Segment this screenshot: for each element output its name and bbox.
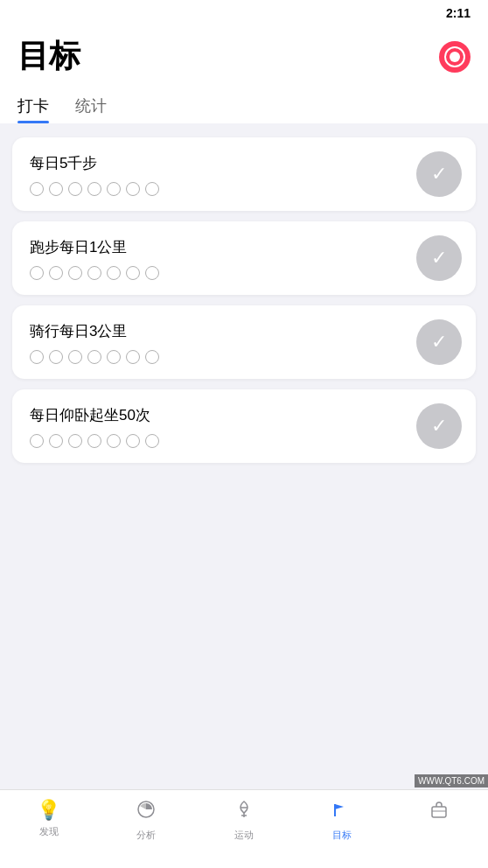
- status-bar: 2:11: [0, 0, 488, 26]
- check-icon-1: ✓: [431, 163, 447, 186]
- nav-item-analyze[interactable]: 分析: [98, 799, 196, 842]
- dot: [68, 434, 82, 448]
- goal-title-2: 跑步每日1公里: [30, 237, 416, 257]
- nav-item-goal[interactable]: 目标: [293, 799, 391, 842]
- dot: [107, 182, 121, 196]
- dot: [68, 182, 82, 196]
- dot: [30, 182, 44, 196]
- header: 目标 打卡 统计: [0, 26, 488, 123]
- dot: [49, 182, 63, 196]
- nav-label-analyze: 分析: [136, 829, 156, 842]
- dot: [87, 350, 101, 364]
- nav-label-goal: 目标: [332, 829, 352, 842]
- check-icon-4: ✓: [431, 415, 447, 438]
- sport-icon: [234, 799, 254, 825]
- goal-info-1: 每日5千步: [30, 153, 416, 196]
- check-button-2[interactable]: ✓: [416, 235, 462, 281]
- dot: [126, 350, 140, 364]
- check-icon-2: ✓: [431, 247, 447, 270]
- goal-dots-4: [30, 434, 416, 448]
- dot: [126, 266, 140, 280]
- bottom-nav: 💡 发现 分析 运动: [0, 789, 488, 868]
- nav-label-sport: 运动: [234, 829, 254, 842]
- tab-punch-in[interactable]: 打卡: [17, 95, 49, 123]
- dot: [126, 434, 140, 448]
- goal-card-1: 每日5千步 ✓: [12, 137, 476, 211]
- dot: [49, 350, 63, 364]
- dot: [87, 182, 101, 196]
- dot: [126, 182, 140, 196]
- dot: [87, 266, 101, 280]
- svg-marker-5: [335, 804, 344, 809]
- check-button-4[interactable]: ✓: [416, 403, 462, 449]
- dot: [30, 434, 44, 448]
- dot: [145, 182, 159, 196]
- dot: [68, 350, 82, 364]
- tabs-container: 打卡 统计: [17, 87, 471, 123]
- bag-icon: [429, 799, 450, 825]
- dot: [49, 434, 63, 448]
- goal-card-4: 每日仰卧起坐50次 ✓: [12, 389, 476, 463]
- goal-info-3: 骑行每日3公里: [30, 321, 416, 364]
- goal-title-3: 骑行每日3公里: [30, 321, 416, 341]
- dot: [107, 350, 121, 364]
- header-top: 目标: [17, 35, 471, 87]
- nav-item-sport[interactable]: 运动: [195, 799, 293, 842]
- dot: [30, 266, 44, 280]
- record-button[interactable]: [439, 41, 471, 73]
- goal-title-4: 每日仰卧起坐50次: [30, 405, 416, 425]
- goal-info-2: 跑步每日1公里: [30, 237, 416, 280]
- nav-item-discover[interactable]: 💡 发现: [0, 799, 98, 838]
- dot: [107, 266, 121, 280]
- goal-dots-2: [30, 266, 416, 280]
- check-icon-3: ✓: [431, 331, 447, 354]
- svg-rect-6: [432, 807, 446, 817]
- goal-icon: [331, 799, 352, 825]
- dot: [107, 434, 121, 448]
- dot: [30, 350, 44, 364]
- dot: [145, 266, 159, 280]
- goal-info-4: 每日仰卧起坐50次: [30, 405, 416, 448]
- goal-card-3: 骑行每日3公里 ✓: [12, 305, 476, 379]
- nav-item-bag[interactable]: [390, 799, 488, 829]
- check-button-1[interactable]: ✓: [416, 151, 462, 197]
- nav-label-discover: 发现: [39, 825, 59, 838]
- dot: [145, 434, 159, 448]
- bulb-icon: 💡: [37, 799, 60, 822]
- dot: [49, 266, 63, 280]
- dot: [145, 350, 159, 364]
- watermark: WWW.QT6.COM: [415, 774, 488, 788]
- goal-title-1: 每日5千步: [30, 153, 416, 173]
- goal-card-2: 跑步每日1公里 ✓: [12, 221, 476, 295]
- check-button-3[interactable]: ✓: [416, 319, 462, 365]
- analyze-icon: [136, 799, 157, 825]
- goals-list: 每日5千步 ✓ 跑步每日1公里: [0, 123, 488, 477]
- dot: [68, 266, 82, 280]
- status-time: 2:11: [446, 6, 471, 20]
- page-title: 目标: [17, 35, 80, 78]
- tab-stats[interactable]: 统计: [75, 95, 107, 123]
- dot: [87, 434, 101, 448]
- goal-dots-3: [30, 350, 416, 364]
- goal-dots-1: [30, 182, 416, 196]
